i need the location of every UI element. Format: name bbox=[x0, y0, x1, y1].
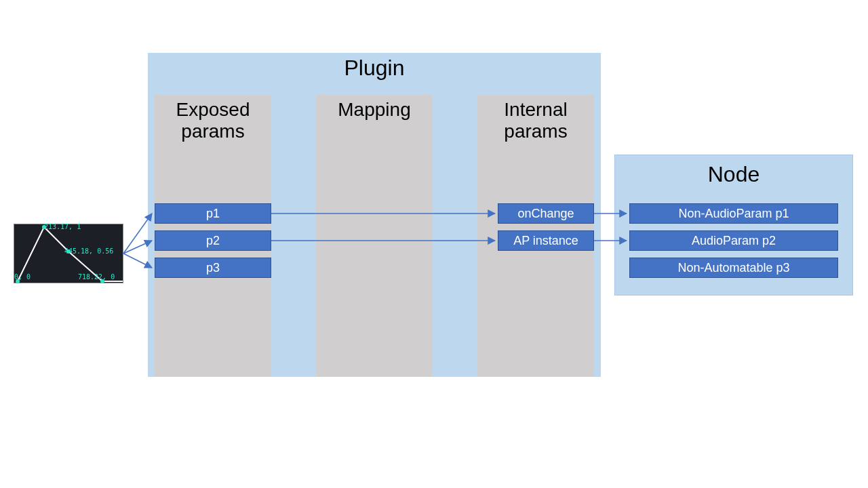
mapping-column: Mapping bbox=[316, 95, 433, 377]
exposed-param-p1: p1 bbox=[155, 203, 271, 224]
node-param-nonaudio-p1: Non-AudioParam p1 bbox=[629, 203, 838, 224]
mapping-title: Mapping bbox=[316, 95, 433, 121]
envelope-point-label: 213.17, 1 bbox=[44, 223, 81, 230]
node-title: Node bbox=[615, 155, 852, 187]
internal-param-ap-instance: AP instance bbox=[498, 230, 594, 251]
node-param-audioparam-p2: AudioParam p2 bbox=[629, 230, 838, 251]
internal-param-onchange: onChange bbox=[498, 203, 594, 224]
plugin-title: Plugin bbox=[148, 53, 601, 81]
exposed-params-title: Exposed params bbox=[155, 95, 271, 142]
exposed-param-p2: p2 bbox=[155, 230, 271, 251]
internal-params-title: Internal params bbox=[477, 95, 594, 142]
envelope-point-label: 718.22, 0 bbox=[78, 273, 115, 281]
envelope-point-label: 0, 0 bbox=[14, 273, 31, 281]
exposed-param-p3: p3 bbox=[155, 258, 271, 278]
automation-envelope: 213.17, 1 445.18, 0.56 0, 0 718.22, 0 bbox=[14, 224, 123, 283]
envelope-point-label: 445.18, 0.56 bbox=[64, 247, 113, 255]
node-param-nonauto-p3: Non-Automatable p3 bbox=[629, 258, 838, 278]
